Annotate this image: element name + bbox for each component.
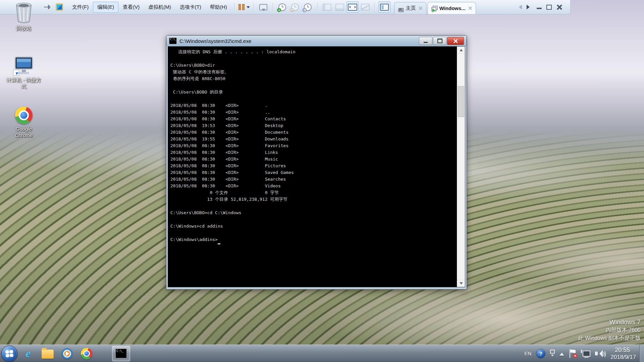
computer-icon	[14, 56, 34, 75]
desktop-icon-recycle-bin[interactable]: 回收站	[4, 3, 44, 32]
close-button[interactable]	[556, 4, 562, 10]
toolbar-separator	[317, 3, 318, 11]
minimize-icon	[424, 42, 428, 43]
menubar: 文件(F) 编辑(E) 查看(V) 虚拟机(M) 选项卡(T) 帮助(H)	[68, 2, 231, 13]
error-badge: ✕	[573, 354, 577, 358]
desktop-icon-label: 回收站	[16, 25, 32, 32]
start-button[interactable]	[1, 346, 17, 362]
desktop-icon-computer-shortcut[interactable]: 计算机 - 快捷方式	[4, 56, 44, 89]
fullscreen-button[interactable]	[346, 1, 359, 13]
console-viewport[interactable]: 连接特定的 DNS 后缀 . . . . . . . : localdomain…	[168, 46, 465, 287]
toolbar-separator	[234, 3, 235, 11]
tab-home[interactable]: 主页	[394, 2, 426, 14]
ie-icon: e	[25, 349, 31, 359]
send-ctrl-alt-del-button[interactable]	[257, 1, 269, 13]
cmd-window-title: C:\Windows\system32\cmd.exe	[179, 38, 252, 44]
home-icon	[398, 6, 404, 11]
windows-flag-icon	[5, 350, 13, 357]
vertical-scrollbar[interactable]	[457, 47, 465, 287]
recycle-bin-icon	[14, 3, 33, 23]
menu-file[interactable]: 文件(F)	[68, 2, 93, 13]
fullscreen-icon	[348, 4, 357, 11]
arrow-up-icon	[460, 47, 463, 51]
language-indicator[interactable]: EN	[525, 351, 532, 356]
cmd-app-icon: C:\_	[169, 38, 177, 44]
library-panel-icon	[380, 4, 389, 11]
tab-windows-vm[interactable]: Windows...	[428, 2, 476, 14]
toolbar-separator	[273, 3, 273, 11]
close-icon[interactable]	[418, 6, 423, 10]
pause-icon	[238, 4, 245, 10]
taskbar-item-chrome[interactable]	[78, 346, 95, 361]
vm-icon	[431, 6, 437, 11]
cmd-window: C:\_ C:\Windows\system32\cmd.exe 连接特定的 D…	[166, 35, 467, 290]
unity-icon	[361, 4, 370, 10]
maximize-icon	[437, 39, 442, 43]
menu-vm[interactable]: 虚拟机(M)	[144, 2, 175, 13]
clock-date: 2018/9/17	[610, 354, 636, 361]
show-sidebar-button[interactable]	[321, 1, 333, 13]
restore-button[interactable]	[546, 5, 552, 10]
menu-view[interactable]: 查看(V)	[118, 2, 144, 13]
revert-snapshot-button[interactable]: ↶	[289, 1, 301, 13]
taskbar-item-media-player[interactable]	[58, 346, 76, 361]
tab-scroll-right-icon[interactable]	[527, 5, 532, 9]
volume-icon[interactable]	[595, 350, 604, 358]
media-player-icon	[62, 348, 72, 359]
console-cursor	[218, 243, 220, 244]
chevron-down-icon	[247, 6, 250, 10]
menu-edit[interactable]: 编辑(E)	[93, 2, 118, 13]
network-icon[interactable]	[581, 350, 590, 358]
restore-mini-icon	[550, 350, 555, 354]
power-pause-button[interactable]	[238, 1, 250, 13]
system-tray: EN ? ✕ 20:55 2018/9/17	[525, 347, 639, 361]
console-output: 连接特定的 DNS 后缀 . . . . . . . : localdomain…	[168, 47, 465, 243]
watermark-line: 此 Windows 副本不是正版	[578, 335, 641, 342]
pin-icon[interactable]	[44, 4, 51, 10]
show-desktop-button[interactable]	[639, 345, 644, 362]
menu-tabs[interactable]: 选项卡(T)	[175, 2, 206, 13]
minimize-button[interactable]	[419, 37, 432, 45]
taskbar-item-internet-explorer[interactable]: e	[19, 346, 37, 361]
action-center-flag-icon[interactable]: ✕	[569, 349, 576, 358]
unity-mode-button[interactable]	[359, 1, 371, 13]
play-icon	[432, 8, 437, 12]
close-icon[interactable]	[468, 6, 472, 10]
vmware-toolbar: 文件(F) 编辑(E) 查看(V) 虚拟机(M) 选项卡(T) 帮助(H) + …	[0, 0, 571, 14]
chrome-icon	[15, 107, 33, 124]
desktop-icon-google-chrome[interactable]: Google Chrome	[4, 107, 44, 138]
shortcut-arrow-icon	[13, 70, 19, 76]
taskbar-item-explorer[interactable]	[39, 346, 56, 361]
cmd-window-controls	[419, 37, 464, 45]
clock-time: 20:55	[610, 347, 630, 354]
toolbar-separator	[254, 3, 254, 11]
toolbar-separator	[375, 3, 375, 11]
desktop-icon-label: Google Chrome	[10, 126, 37, 138]
windows-activation-watermark: Windows 7 内部版本 7600 此 Windows 副本不是正版	[578, 318, 641, 342]
desktop-icon-label: 计算机 - 快捷方式	[4, 77, 44, 89]
library-toggle-button[interactable]	[378, 1, 390, 13]
watermark-line: 内部版本 7600	[578, 327, 641, 334]
clock[interactable]: 20:55 2018/9/17	[610, 347, 636, 361]
cmd-titlebar[interactable]: C:\_ C:\Windows\system32\cmd.exe	[166, 36, 467, 46]
manage-snapshots-button[interactable]: ⚙	[302, 1, 314, 13]
menu-help[interactable]: 帮助(H)	[206, 2, 231, 13]
tab-windows-vm-label: Windows...	[439, 5, 466, 11]
scroll-down-button[interactable]	[457, 280, 465, 287]
minimize-button[interactable]	[537, 8, 542, 9]
close-button[interactable]	[447, 37, 464, 45]
show-hidden-icons-button[interactable]	[559, 350, 564, 356]
vmware-window-controls	[517, 0, 562, 14]
scroll-up-button[interactable]	[457, 47, 465, 54]
folder-icon	[42, 350, 54, 359]
show-console-view-button[interactable]	[334, 1, 346, 13]
take-snapshot-button[interactable]: +	[276, 1, 288, 13]
ctrl-alt-del-icon	[259, 4, 267, 10]
tab-scroll-left-icon[interactable]	[517, 5, 522, 9]
taskbar-item-cmd-active[interactable]: C:\_	[112, 346, 130, 361]
ime-help-icon[interactable]: ?	[536, 349, 545, 358]
maximize-button[interactable]	[433, 37, 446, 45]
scrollbar-thumb[interactable]	[458, 86, 464, 117]
left-panel-icon	[323, 4, 331, 11]
ime-options[interactable]	[550, 350, 555, 358]
